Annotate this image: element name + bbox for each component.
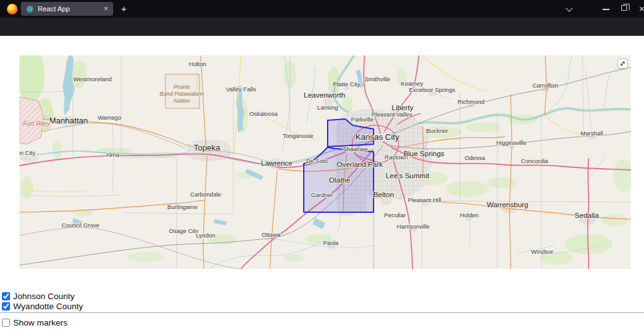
map-label: Warrensburg	[487, 201, 528, 208]
browser-tab-bar: React App × + ×	[0, 0, 644, 18]
johnson-county-label: Johnson County	[13, 292, 75, 301]
window-restore-button[interactable]	[621, 5, 627, 11]
map-label: Band Potawatomi	[160, 91, 205, 97]
map-label: Lyndon	[196, 232, 216, 239]
map-label: Platte City	[333, 81, 360, 88]
map-label: Parkville	[351, 116, 374, 123]
tab-close-icon[interactable]: ×	[104, 5, 108, 13]
new-tab-button[interactable]: +	[117, 2, 131, 16]
map-label: Smithville	[365, 76, 391, 82]
map-label: Carrollton	[532, 82, 558, 89]
map-label: Paola	[323, 239, 339, 246]
page-content: WestmorelandHoltonValley FallsOskaloosaT…	[0, 36, 644, 335]
window-minimize-button[interactable]	[602, 9, 609, 10]
map-label: Shawnee	[343, 145, 368, 152]
map-label: Wamego	[97, 114, 121, 121]
list-tabs-chevron-icon[interactable]	[567, 6, 572, 11]
browser-nav-bar: ← → ↻ localhost:3000 ☆	[0, 18, 644, 36]
map-label: Carbondale	[190, 191, 221, 198]
map-label: Liberty	[392, 104, 414, 111]
map-label: Marshall	[580, 130, 603, 137]
map-label: Overland Park	[336, 161, 383, 168]
map-label: Junction City	[19, 149, 35, 156]
map-label: Holton	[189, 60, 206, 67]
map-label: Ottawa	[262, 231, 281, 238]
show-markers-label: Show markers	[13, 318, 67, 327]
map-label: Manhattan	[49, 116, 87, 125]
map-label: Gardner	[311, 191, 333, 198]
map-label: Kansas City	[355, 132, 399, 142]
map-label: Oskaloosa	[250, 110, 279, 117]
map-label: Lee's Summit	[386, 172, 430, 179]
map-label: Westmoreland	[73, 76, 111, 82]
map-label: Holden	[460, 212, 479, 219]
map-label: Lansing	[317, 104, 338, 111]
map-label: Excelsior Springs	[409, 86, 455, 93]
browser-tab-react-app[interactable]: React App ×	[21, 2, 113, 16]
map-label: Sedalia	[575, 212, 599, 219]
map-label: Buckner	[426, 127, 448, 134]
map-label: Higginsville	[496, 139, 526, 146]
wyandotte-county-checkbox[interactable]	[2, 302, 10, 310]
react-favicon	[26, 5, 34, 13]
firefox-logo	[7, 4, 18, 14]
map-label: Alma	[106, 151, 119, 158]
map-label: Leavenworth	[304, 91, 345, 99]
map-label: De Soto	[306, 157, 328, 164]
divider	[0, 312, 644, 313]
map-label: Osage City	[169, 227, 199, 234]
map-label: Nation	[174, 98, 190, 104]
map-canvas: WestmorelandHoltonValley FallsOskaloosaT…	[19, 55, 631, 269]
county-toggle-johnson[interactable]: Johnson County	[2, 291, 75, 301]
map-label: Pleasant Valley	[372, 111, 413, 118]
map-label: Council Grove	[62, 222, 99, 229]
map-label: Peculiar	[384, 212, 406, 219]
tab-title: React App	[38, 5, 100, 13]
map-label: Lawrence	[261, 159, 292, 167]
window-close-button[interactable]: ×	[639, 3, 644, 14]
map-label: Windsor	[531, 248, 553, 255]
map-label: Concordia	[521, 157, 548, 164]
map-label: Olathe	[329, 176, 350, 184]
map-label: Pleasant Hill	[408, 196, 441, 203]
map-label: Blue Springs	[403, 150, 444, 157]
map-label: Prairie	[174, 84, 190, 90]
leaflet-map[interactable]: WestmorelandHoltonValley FallsOskaloosaT…	[19, 55, 631, 269]
show-markers-checkbox[interactable]	[2, 319, 10, 327]
map-label: Richmond	[458, 98, 485, 105]
map-label: Harrisonville	[397, 223, 430, 230]
map-label: Topeka	[194, 143, 221, 152]
expand-control-button[interactable]	[618, 59, 628, 69]
map-label: Fort Riley	[23, 120, 51, 127]
johnson-county-checkbox[interactable]	[2, 292, 10, 300]
markers-toggle[interactable]: Show markers	[2, 317, 67, 327]
map-label: Valley Falls	[226, 86, 256, 93]
map-label: Burlingame	[167, 203, 197, 210]
county-toggle-wyandotte[interactable]: Wyandotte County	[2, 301, 83, 311]
wyandotte-county-label: Wyandotte County	[13, 302, 83, 311]
expand-icon	[619, 60, 626, 67]
map-label: Belton	[374, 191, 394, 198]
map-label: Tonganoxie	[283, 132, 314, 139]
map-label: Odessa	[465, 154, 486, 161]
